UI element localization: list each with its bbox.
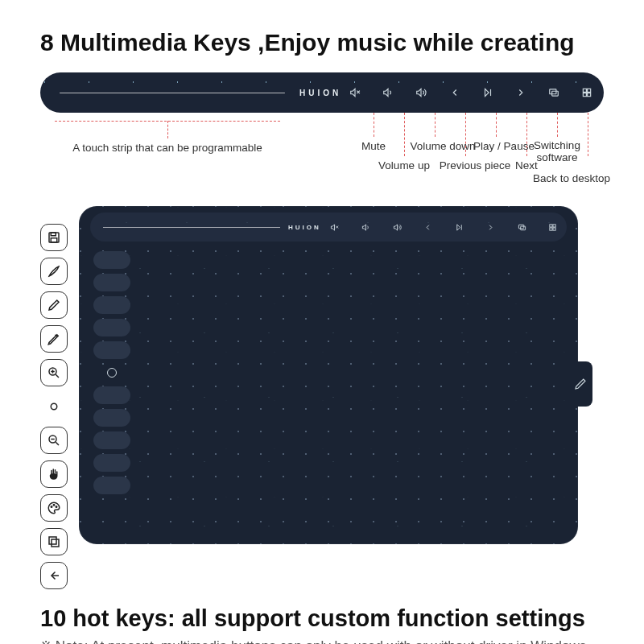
back-icon — [40, 562, 68, 589]
hotkey-button — [93, 319, 130, 336]
desktop-icon — [576, 82, 597, 103]
tablet-touch-line — [103, 227, 280, 228]
touch-strip-label: A touch strip that can be programmable — [72, 142, 262, 154]
hotkey-button — [93, 251, 130, 269]
tablet-hotkeys — [93, 251, 130, 494]
hand-icon — [40, 460, 68, 488]
hotkey-button — [93, 431, 130, 449]
label-switch-software: Switching software — [534, 140, 580, 164]
hotkey-button — [93, 341, 130, 359]
media-keys-row — [345, 82, 597, 103]
hotkey-icon-column — [40, 224, 68, 589]
svg-rect-24 — [49, 537, 56, 544]
play-pause-icon — [451, 218, 469, 236]
svg-rect-35 — [550, 227, 552, 229]
label-volume-up: Volume up — [378, 159, 430, 171]
pen-holder-tab — [568, 361, 592, 407]
svg-rect-8 — [583, 93, 586, 97]
previous-icon — [444, 82, 465, 103]
note-text: ※ Note: At present, multimedia buttons c… — [40, 637, 604, 644]
tablet-brand: HUION — [288, 224, 321, 231]
svg-rect-34 — [553, 224, 555, 226]
svg-rect-12 — [51, 238, 57, 242]
switch-software-icon — [513, 218, 530, 236]
touch-strip-line — [60, 93, 285, 93]
hotkey-button — [93, 409, 130, 427]
label-play-pause: Play / Pause — [473, 140, 535, 152]
zoom-out-icon — [40, 427, 68, 454]
svg-marker-2 — [485, 89, 489, 96]
svg-rect-7 — [588, 89, 591, 92]
next-icon — [510, 82, 531, 103]
svg-line-14 — [56, 374, 59, 378]
palette-icon — [40, 494, 68, 522]
tablet-top-bar: HUION — [90, 213, 567, 242]
zoom-in-icon — [40, 359, 68, 386]
mute-icon — [326, 218, 344, 236]
pen-icon — [40, 291, 68, 319]
layers-icon — [40, 528, 68, 555]
touch-strip-bar: HUION — [40, 72, 604, 113]
svg-point-23 — [56, 506, 57, 508]
hotkey-ring — [93, 364, 130, 382]
svg-rect-11 — [51, 233, 56, 236]
brand-logo: HUION — [299, 89, 341, 97]
desktop-icon — [544, 218, 562, 236]
svg-rect-25 — [52, 539, 59, 547]
next-icon — [481, 218, 499, 236]
label-mute: Mute — [361, 140, 386, 152]
tablet-body: HUION — [79, 206, 578, 544]
hotkey-button — [93, 477, 130, 494]
svg-point-22 — [53, 505, 55, 506]
svg-rect-36 — [553, 227, 555, 229]
headline-multimedia: 8 Multimedia Keys ,Enjoy music while cre… — [40, 29, 604, 56]
svg-line-19 — [56, 442, 59, 445]
hotkey-button — [93, 386, 130, 404]
previous-icon — [419, 218, 437, 236]
play-pause-icon — [477, 82, 498, 103]
hotkey-button — [93, 454, 130, 472]
volume-up-icon — [357, 218, 375, 236]
svg-point-17 — [51, 403, 57, 410]
volume-down-icon — [411, 82, 431, 103]
label-back-desktop: Back to desktop — [533, 172, 610, 184]
svg-marker-29 — [457, 224, 460, 229]
svg-rect-33 — [550, 224, 552, 226]
label-previous: Previous piece — [440, 159, 511, 171]
svg-rect-9 — [588, 93, 591, 97]
hotkey-button — [93, 274, 130, 291]
switch-software-icon — [543, 82, 564, 103]
circle-icon — [40, 393, 68, 420]
mute-icon — [345, 82, 365, 103]
svg-rect-6 — [583, 89, 586, 92]
svg-point-21 — [51, 506, 52, 508]
stylus-icon — [40, 325, 68, 353]
headline-hotkeys: 10 hot keys: all support custom function… — [40, 605, 604, 632]
brush-icon — [40, 258, 68, 285]
callout-area: A touch strip that can be programmable M… — [40, 113, 604, 201]
volume-down-icon — [388, 218, 406, 236]
hotkey-button — [93, 296, 130, 314]
save-icon — [40, 224, 68, 251]
volume-up-icon — [378, 82, 398, 103]
